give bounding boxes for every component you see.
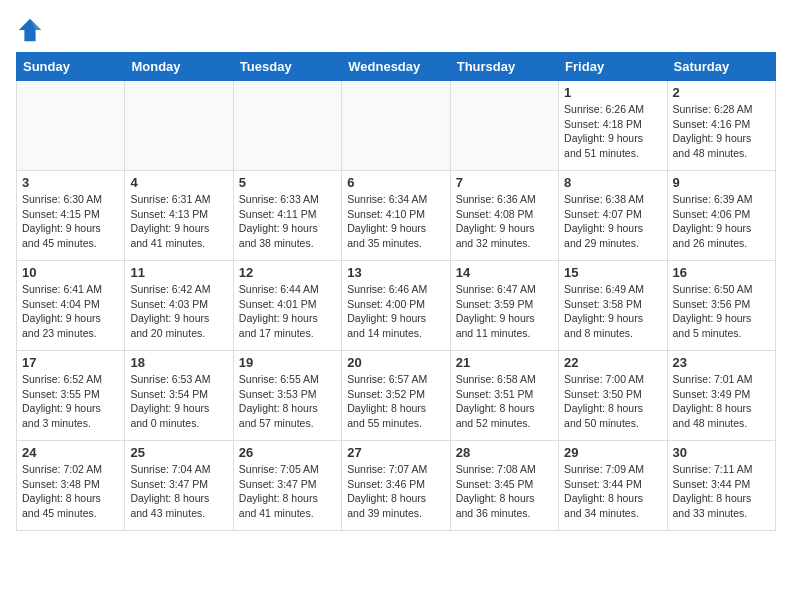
day-info: Sunrise: 6:57 AM Sunset: 3:52 PM Dayligh… — [347, 372, 444, 431]
day-info: Sunrise: 6:55 AM Sunset: 3:53 PM Dayligh… — [239, 372, 336, 431]
day-number: 18 — [130, 355, 227, 370]
column-header-saturday: Saturday — [667, 53, 775, 81]
calendar-cell: 4Sunrise: 6:31 AM Sunset: 4:13 PM Daylig… — [125, 171, 233, 261]
calendar-cell: 8Sunrise: 6:38 AM Sunset: 4:07 PM Daylig… — [559, 171, 667, 261]
day-number: 6 — [347, 175, 444, 190]
day-info: Sunrise: 6:52 AM Sunset: 3:55 PM Dayligh… — [22, 372, 119, 431]
day-number: 1 — [564, 85, 661, 100]
day-info: Sunrise: 6:39 AM Sunset: 4:06 PM Dayligh… — [673, 192, 770, 251]
day-info: Sunrise: 6:36 AM Sunset: 4:08 PM Dayligh… — [456, 192, 553, 251]
calendar-cell: 26Sunrise: 7:05 AM Sunset: 3:47 PM Dayli… — [233, 441, 341, 531]
day-info: Sunrise: 7:08 AM Sunset: 3:45 PM Dayligh… — [456, 462, 553, 521]
calendar-cell: 5Sunrise: 6:33 AM Sunset: 4:11 PM Daylig… — [233, 171, 341, 261]
day-info: Sunrise: 6:30 AM Sunset: 4:15 PM Dayligh… — [22, 192, 119, 251]
column-header-tuesday: Tuesday — [233, 53, 341, 81]
day-number: 21 — [456, 355, 553, 370]
day-number: 26 — [239, 445, 336, 460]
day-info: Sunrise: 7:11 AM Sunset: 3:44 PM Dayligh… — [673, 462, 770, 521]
calendar-cell: 9Sunrise: 6:39 AM Sunset: 4:06 PM Daylig… — [667, 171, 775, 261]
calendar: SundayMondayTuesdayWednesdayThursdayFrid… — [16, 52, 776, 531]
calendar-cell: 3Sunrise: 6:30 AM Sunset: 4:15 PM Daylig… — [17, 171, 125, 261]
calendar-cell: 19Sunrise: 6:55 AM Sunset: 3:53 PM Dayli… — [233, 351, 341, 441]
day-number: 7 — [456, 175, 553, 190]
day-number: 30 — [673, 445, 770, 460]
day-info: Sunrise: 6:33 AM Sunset: 4:11 PM Dayligh… — [239, 192, 336, 251]
calendar-week-4: 17Sunrise: 6:52 AM Sunset: 3:55 PM Dayli… — [17, 351, 776, 441]
column-header-thursday: Thursday — [450, 53, 558, 81]
calendar-cell: 18Sunrise: 6:53 AM Sunset: 3:54 PM Dayli… — [125, 351, 233, 441]
day-info: Sunrise: 7:09 AM Sunset: 3:44 PM Dayligh… — [564, 462, 661, 521]
day-number: 27 — [347, 445, 444, 460]
column-header-wednesday: Wednesday — [342, 53, 450, 81]
day-info: Sunrise: 6:34 AM Sunset: 4:10 PM Dayligh… — [347, 192, 444, 251]
day-number: 2 — [673, 85, 770, 100]
day-info: Sunrise: 7:01 AM Sunset: 3:49 PM Dayligh… — [673, 372, 770, 431]
day-number: 9 — [673, 175, 770, 190]
calendar-cell: 21Sunrise: 6:58 AM Sunset: 3:51 PM Dayli… — [450, 351, 558, 441]
day-info: Sunrise: 7:07 AM Sunset: 3:46 PM Dayligh… — [347, 462, 444, 521]
day-info: Sunrise: 6:46 AM Sunset: 4:00 PM Dayligh… — [347, 282, 444, 341]
calendar-cell: 25Sunrise: 7:04 AM Sunset: 3:47 PM Dayli… — [125, 441, 233, 531]
calendar-cell: 22Sunrise: 7:00 AM Sunset: 3:50 PM Dayli… — [559, 351, 667, 441]
day-number: 5 — [239, 175, 336, 190]
day-number: 13 — [347, 265, 444, 280]
day-number: 14 — [456, 265, 553, 280]
day-number: 12 — [239, 265, 336, 280]
calendar-cell: 16Sunrise: 6:50 AM Sunset: 3:56 PM Dayli… — [667, 261, 775, 351]
column-header-friday: Friday — [559, 53, 667, 81]
logo-icon — [16, 16, 44, 44]
day-number: 19 — [239, 355, 336, 370]
calendar-cell: 29Sunrise: 7:09 AM Sunset: 3:44 PM Dayli… — [559, 441, 667, 531]
day-number: 16 — [673, 265, 770, 280]
calendar-cell — [342, 81, 450, 171]
calendar-cell: 28Sunrise: 7:08 AM Sunset: 3:45 PM Dayli… — [450, 441, 558, 531]
calendar-cell: 7Sunrise: 6:36 AM Sunset: 4:08 PM Daylig… — [450, 171, 558, 261]
day-info: Sunrise: 6:50 AM Sunset: 3:56 PM Dayligh… — [673, 282, 770, 341]
day-info: Sunrise: 7:02 AM Sunset: 3:48 PM Dayligh… — [22, 462, 119, 521]
column-header-monday: Monday — [125, 53, 233, 81]
day-info: Sunrise: 6:42 AM Sunset: 4:03 PM Dayligh… — [130, 282, 227, 341]
calendar-cell: 15Sunrise: 6:49 AM Sunset: 3:58 PM Dayli… — [559, 261, 667, 351]
calendar-cell: 17Sunrise: 6:52 AM Sunset: 3:55 PM Dayli… — [17, 351, 125, 441]
day-info: Sunrise: 6:31 AM Sunset: 4:13 PM Dayligh… — [130, 192, 227, 251]
day-info: Sunrise: 6:44 AM Sunset: 4:01 PM Dayligh… — [239, 282, 336, 341]
day-number: 24 — [22, 445, 119, 460]
calendar-cell — [233, 81, 341, 171]
calendar-week-2: 3Sunrise: 6:30 AM Sunset: 4:15 PM Daylig… — [17, 171, 776, 261]
logo — [16, 16, 48, 44]
calendar-cell: 6Sunrise: 6:34 AM Sunset: 4:10 PM Daylig… — [342, 171, 450, 261]
day-info: Sunrise: 7:00 AM Sunset: 3:50 PM Dayligh… — [564, 372, 661, 431]
day-number: 11 — [130, 265, 227, 280]
day-number: 22 — [564, 355, 661, 370]
day-info: Sunrise: 6:41 AM Sunset: 4:04 PM Dayligh… — [22, 282, 119, 341]
calendar-cell: 27Sunrise: 7:07 AM Sunset: 3:46 PM Dayli… — [342, 441, 450, 531]
day-number: 29 — [564, 445, 661, 460]
page-header — [16, 16, 776, 44]
day-number: 28 — [456, 445, 553, 460]
calendar-cell: 10Sunrise: 6:41 AM Sunset: 4:04 PM Dayli… — [17, 261, 125, 351]
day-number: 4 — [130, 175, 227, 190]
calendar-cell: 20Sunrise: 6:57 AM Sunset: 3:52 PM Dayli… — [342, 351, 450, 441]
day-number: 8 — [564, 175, 661, 190]
calendar-cell: 24Sunrise: 7:02 AM Sunset: 3:48 PM Dayli… — [17, 441, 125, 531]
day-info: Sunrise: 6:58 AM Sunset: 3:51 PM Dayligh… — [456, 372, 553, 431]
day-number: 15 — [564, 265, 661, 280]
calendar-header-row: SundayMondayTuesdayWednesdayThursdayFrid… — [17, 53, 776, 81]
day-info: Sunrise: 7:05 AM Sunset: 3:47 PM Dayligh… — [239, 462, 336, 521]
day-number: 23 — [673, 355, 770, 370]
day-info: Sunrise: 6:53 AM Sunset: 3:54 PM Dayligh… — [130, 372, 227, 431]
calendar-cell: 11Sunrise: 6:42 AM Sunset: 4:03 PM Dayli… — [125, 261, 233, 351]
calendar-week-5: 24Sunrise: 7:02 AM Sunset: 3:48 PM Dayli… — [17, 441, 776, 531]
calendar-cell — [17, 81, 125, 171]
day-info: Sunrise: 6:26 AM Sunset: 4:18 PM Dayligh… — [564, 102, 661, 161]
day-number: 25 — [130, 445, 227, 460]
calendar-cell: 13Sunrise: 6:46 AM Sunset: 4:00 PM Dayli… — [342, 261, 450, 351]
calendar-week-1: 1Sunrise: 6:26 AM Sunset: 4:18 PM Daylig… — [17, 81, 776, 171]
calendar-cell: 12Sunrise: 6:44 AM Sunset: 4:01 PM Dayli… — [233, 261, 341, 351]
day-info: Sunrise: 7:04 AM Sunset: 3:47 PM Dayligh… — [130, 462, 227, 521]
calendar-cell — [125, 81, 233, 171]
calendar-cell: 30Sunrise: 7:11 AM Sunset: 3:44 PM Dayli… — [667, 441, 775, 531]
calendar-cell — [450, 81, 558, 171]
day-number: 10 — [22, 265, 119, 280]
calendar-week-3: 10Sunrise: 6:41 AM Sunset: 4:04 PM Dayli… — [17, 261, 776, 351]
